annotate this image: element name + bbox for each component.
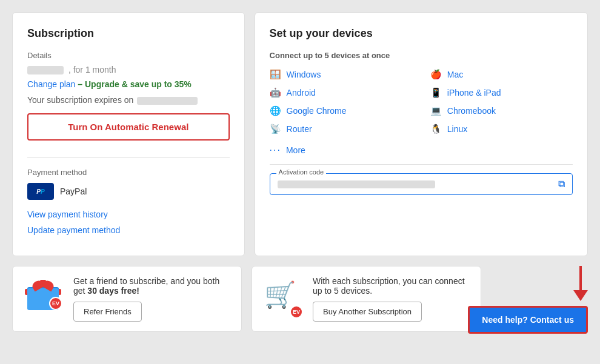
devices-card: Set up your devices Connect up to 5 devi… [255, 12, 588, 256]
chrome-label: Google Chrome [287, 106, 347, 116]
activation-wrapper: Activation code ⧉ [270, 173, 573, 195]
details-label: Details [27, 51, 230, 60]
subscription-card: Subscription Details , for 1 month Chang… [12, 12, 245, 256]
chromebook-icon: 💻 [430, 105, 442, 117]
gift-image: EV [25, 280, 64, 319]
paypal-name: PayPal [60, 187, 87, 196]
copy-icon[interactable]: ⧉ [558, 179, 565, 190]
android-icon: 🤖 [270, 87, 282, 99]
refer-text: Get a friend to subscribe, and you both … [73, 276, 229, 322]
cart-icon: 🛒 [264, 280, 296, 309]
connect-label: Connect up to 5 devices at once [270, 51, 573, 60]
device-windows[interactable]: 🪟 Windows [270, 68, 412, 81]
plan-redacted [27, 66, 64, 74]
change-plan-link[interactable]: Change plan [27, 79, 75, 89]
contact-button[interactable]: Need help? Contact us [468, 306, 588, 334]
arrow-head [573, 290, 588, 301]
chrome-icon: 🌐 [270, 105, 282, 117]
device-router[interactable]: 📡 Router [270, 123, 412, 135]
device-iphone-ipad[interactable]: 📱 iPhone & iPad [430, 87, 573, 99]
arrow-line [579, 266, 582, 290]
linux-label: Linux [447, 124, 467, 134]
red-arrow [573, 266, 588, 301]
gift-box: EV [25, 280, 61, 310]
device-chromebook[interactable]: 💻 Chromebook [430, 105, 573, 117]
plan-suffix: , for 1 month [68, 65, 116, 74]
buy-description: With each subscription, you can connect … [313, 276, 468, 296]
payment-label: Payment method [27, 168, 230, 177]
view-history-link[interactable]: View payment history [27, 210, 108, 219]
paypal-row: PP PayPal [27, 183, 230, 200]
devices-grid: 🪟 Windows 🍎 Mac 🤖 Android 📱 iPhone & iPa… [270, 68, 573, 135]
more-label: More [286, 145, 305, 155]
refer-friends-button[interactable]: Refer Friends [73, 302, 142, 322]
refer-friends-card: EV Get a friend to subscribe, and you bo… [12, 266, 242, 332]
mac-icon: 🍎 [430, 68, 442, 81]
devices-divider [270, 164, 573, 165]
windows-label: Windows [287, 70, 321, 79]
devices-title: Set up your devices [270, 27, 573, 40]
upgrade-text: – Upgrade & save up to 35% [78, 79, 192, 89]
activation-value-row: ⧉ [278, 179, 565, 190]
expires-prefix: Your subscription expires on [27, 95, 133, 105]
activation-label: Activation code [276, 168, 327, 176]
update-payment-link[interactable]: Update payment method [27, 225, 120, 235]
plan-info: , for 1 month [27, 65, 230, 74]
expires-redacted [137, 97, 198, 105]
more-dots: ··· [270, 145, 281, 156]
iphone-icon: 📱 [430, 87, 442, 99]
router-label: Router [287, 124, 312, 134]
windows-icon: 🪟 [270, 68, 282, 81]
more-item[interactable]: ··· More [270, 145, 573, 156]
refer-highlight: 30 days free! [87, 286, 139, 296]
buy-subscription-card: 🛒 EV With each subscription, you can con… [252, 266, 481, 332]
bottom-row: EV Get a friend to subscribe, and you bo… [12, 266, 588, 334]
update-payment-row: Update payment method [27, 225, 230, 235]
ev-badge-gift: EV [49, 297, 62, 310]
device-mac[interactable]: 🍎 Mac [430, 68, 573, 81]
ev-badge-cart: EV [290, 305, 303, 319]
router-icon: 📡 [270, 123, 282, 135]
android-label: Android [287, 88, 316, 98]
device-chrome[interactable]: 🌐 Google Chrome [270, 105, 412, 117]
linux-icon: 🐧 [430, 123, 442, 135]
subscription-title: Subscription [27, 27, 230, 40]
device-linux[interactable]: 🐧 Linux [430, 123, 573, 135]
view-history-row: View payment history [27, 210, 230, 219]
divider-1 [27, 157, 230, 158]
activation-code-redacted [278, 180, 435, 188]
cart-image: 🛒 EV [264, 280, 303, 319]
mac-label: Mac [447, 70, 463, 79]
change-plan-row: Change plan – Upgrade & save up to 35% [27, 79, 230, 89]
buy-text: With each subscription, you can connect … [313, 276, 468, 322]
renewal-button[interactable]: Turn On Automatic Renewal [27, 113, 230, 141]
paypal-icon: PP [27, 183, 54, 200]
iphone-label: iPhone & iPad [447, 88, 501, 98]
device-android[interactable]: 🤖 Android [270, 87, 412, 99]
refer-description: Get a friend to subscribe, and you both … [73, 276, 229, 296]
expires-row: Your subscription expires on [27, 95, 230, 105]
buy-subscription-button[interactable]: Buy Another Subscription [313, 302, 422, 322]
chromebook-label: Chromebook [447, 106, 496, 116]
contact-section: Need help? Contact us [491, 266, 588, 334]
